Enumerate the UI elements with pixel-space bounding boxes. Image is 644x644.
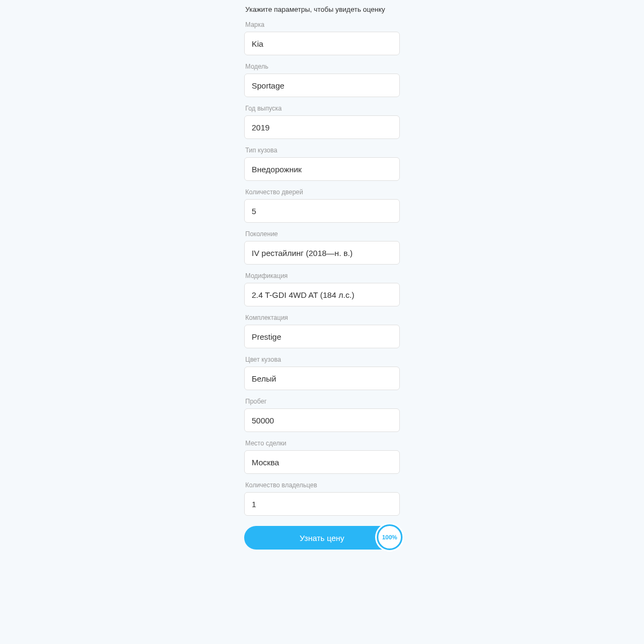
submit-wrapper: Узнать цену 100% bbox=[244, 526, 400, 550]
input-year[interactable] bbox=[244, 115, 400, 139]
field-brand: Марка bbox=[244, 21, 400, 55]
field-owners: Количество владельцев bbox=[244, 481, 400, 516]
field-modification: Модификация bbox=[244, 272, 400, 306]
field-label-model: Модель bbox=[244, 63, 400, 70]
field-label-mileage: Пробег bbox=[244, 398, 400, 405]
field-label-color: Цвет кузова bbox=[244, 356, 400, 363]
input-doors[interactable] bbox=[244, 199, 400, 223]
input-brand[interactable] bbox=[244, 32, 400, 55]
valuation-form: Укажите параметры, чтобы увидеть оценку … bbox=[244, 5, 400, 644]
field-label-owners: Количество владельцев bbox=[244, 481, 400, 489]
field-year: Год выпуска bbox=[244, 105, 400, 139]
input-model[interactable] bbox=[244, 74, 400, 97]
input-mileage[interactable] bbox=[244, 408, 400, 432]
input-trim[interactable] bbox=[244, 325, 400, 348]
field-label-modification: Модификация bbox=[244, 272, 400, 280]
input-generation[interactable] bbox=[244, 241, 400, 265]
input-modification[interactable] bbox=[244, 283, 400, 306]
field-generation: Поколение bbox=[244, 230, 400, 265]
field-label-body: Тип кузова bbox=[244, 147, 400, 154]
field-label-brand: Марка bbox=[244, 21, 400, 28]
progress-badge: 100% bbox=[377, 524, 402, 550]
form-subtitle: Укажите параметры, чтобы увидеть оценку bbox=[244, 5, 400, 13]
field-trim: Комплектация bbox=[244, 314, 400, 348]
input-owners[interactable] bbox=[244, 492, 400, 516]
field-label-location: Место сделки bbox=[244, 440, 400, 447]
field-location: Место сделки bbox=[244, 440, 400, 474]
field-doors: Количество дверей bbox=[244, 188, 400, 223]
field-body: Тип кузова bbox=[244, 147, 400, 181]
input-color[interactable] bbox=[244, 367, 400, 390]
field-label-year: Год выпуска bbox=[244, 105, 400, 112]
field-label-trim: Комплектация bbox=[244, 314, 400, 321]
field-color: Цвет кузова bbox=[244, 356, 400, 390]
input-body[interactable] bbox=[244, 157, 400, 181]
field-label-doors: Количество дверей bbox=[244, 188, 400, 196]
input-location[interactable] bbox=[244, 450, 400, 474]
field-label-generation: Поколение bbox=[244, 230, 400, 238]
field-mileage: Пробег bbox=[244, 398, 400, 432]
field-model: Модель bbox=[244, 63, 400, 97]
